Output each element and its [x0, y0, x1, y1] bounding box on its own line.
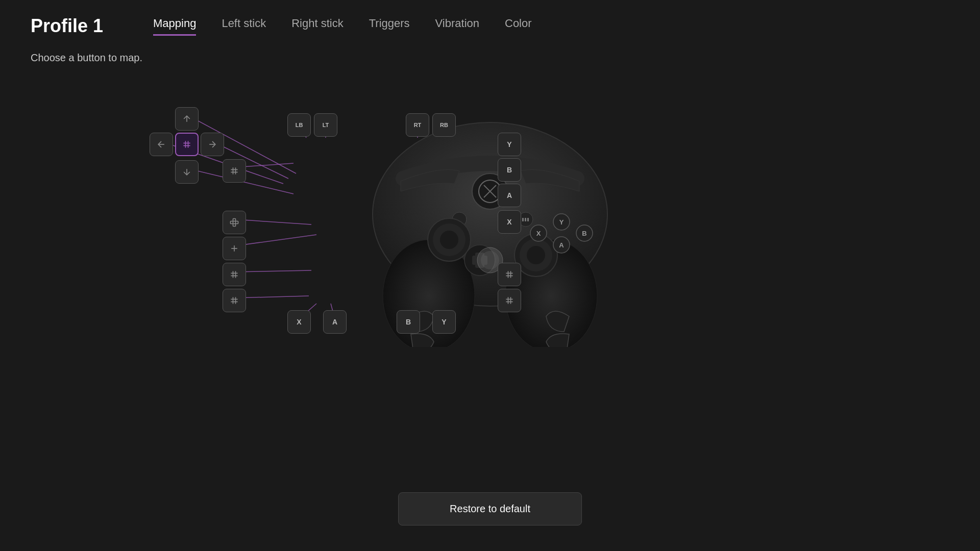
- svg-line-6: [235, 235, 316, 246]
- svg-point-37: [440, 231, 458, 249]
- svg-line-5: [235, 219, 311, 224]
- svg-text:B: B: [582, 230, 586, 237]
- svg-text:X: X: [536, 230, 541, 237]
- node-center-active[interactable]: [175, 133, 199, 156]
- node-paddle-top-left[interactable]: [223, 263, 246, 286]
- node-bottom-x[interactable]: X: [287, 310, 311, 334]
- svg-rect-33: [527, 218, 529, 221]
- tab-bar: Mapping Left stick Right stick Triggers …: [153, 17, 532, 36]
- node-paddle-top-right[interactable]: [498, 263, 521, 286]
- node-dpad-right[interactable]: [201, 133, 224, 156]
- node-button-b[interactable]: B: [498, 158, 521, 182]
- svg-text:Y: Y: [559, 218, 564, 226]
- controller-svg: Y A X B: [311, 82, 669, 347]
- node-dpad-left[interactable]: [150, 133, 173, 156]
- svg-rect-63: [231, 221, 238, 224]
- node-rb[interactable]: RB: [432, 113, 456, 137]
- node-paddle-bottom-right[interactable]: [498, 289, 521, 312]
- node-button-a[interactable]: A: [498, 184, 521, 207]
- node-bottom-y[interactable]: Y: [432, 310, 456, 334]
- svg-point-53: [481, 251, 499, 269]
- header: Profile 1 Mapping Left stick Right stick…: [0, 0, 980, 37]
- controller-image: Y A X B: [311, 82, 669, 347]
- node-dpad-small[interactable]: [223, 237, 246, 260]
- tab-color[interactable]: Color: [505, 17, 532, 36]
- svg-line-7: [235, 270, 311, 272]
- node-left-bumper-icon[interactable]: [223, 159, 246, 183]
- tab-mapping[interactable]: Mapping: [153, 17, 196, 36]
- subtitle: Choose a button to map.: [0, 37, 980, 64]
- svg-text:A: A: [559, 241, 564, 249]
- node-bottom-b[interactable]: B: [397, 310, 420, 334]
- node-rt[interactable]: RT: [406, 113, 429, 137]
- tab-vibration[interactable]: Vibration: [435, 17, 479, 36]
- node-dpad-up[interactable]: [175, 107, 199, 131]
- tab-left-stick[interactable]: Left stick: [222, 17, 266, 36]
- node-lb[interactable]: LB: [287, 113, 311, 137]
- svg-rect-32: [525, 218, 526, 221]
- tab-right-stick[interactable]: Right stick: [291, 17, 343, 36]
- node-button-y[interactable]: Y: [498, 133, 521, 156]
- node-bottom-a[interactable]: A: [323, 310, 347, 334]
- app-container: Profile 1 Mapping Left stick Right stick…: [0, 0, 980, 551]
- node-dpad-full[interactable]: [223, 211, 246, 234]
- svg-rect-31: [522, 218, 524, 221]
- profile-title: Profile 1: [31, 15, 122, 37]
- node-paddle-bottom-left[interactable]: [223, 289, 246, 312]
- node-dpad-down[interactable]: [175, 160, 199, 184]
- svg-point-40: [527, 246, 545, 264]
- node-lt[interactable]: LT: [314, 113, 337, 137]
- svg-rect-62: [233, 219, 236, 227]
- tab-triggers[interactable]: Triggers: [369, 17, 410, 36]
- node-button-x[interactable]: X: [498, 210, 521, 234]
- restore-default-button[interactable]: Restore to default: [398, 492, 582, 525]
